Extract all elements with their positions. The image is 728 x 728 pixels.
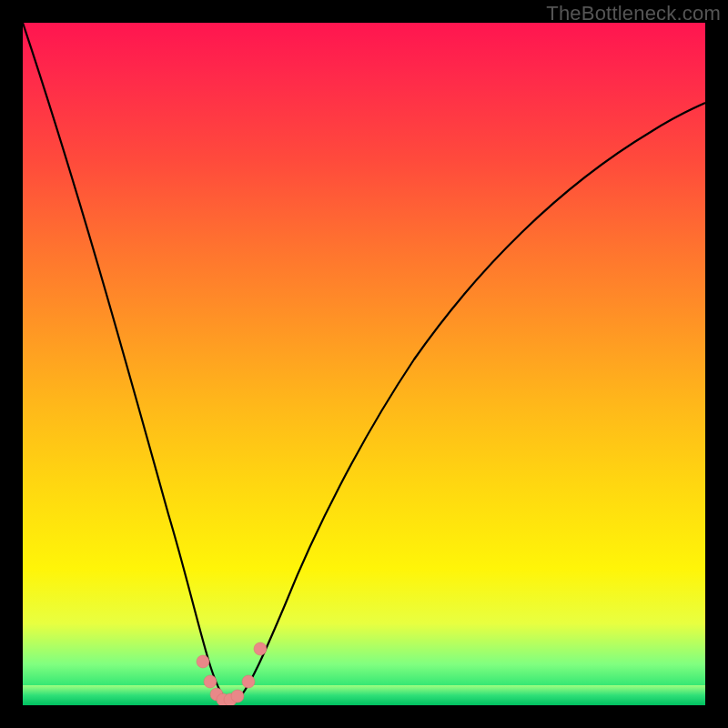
bottleneck-curve [23, 23, 705, 702]
chart-canvas: TheBottleneck.com [0, 0, 728, 728]
marker-dot [197, 655, 209, 668]
curve-layer [23, 23, 705, 705]
marker-dot [231, 690, 244, 703]
watermark-text: TheBottleneck.com [546, 2, 721, 25]
plot-area [23, 23, 705, 705]
marker-dot [242, 675, 255, 688]
marker-dot [204, 675, 217, 688]
marker-dot [254, 642, 267, 655]
